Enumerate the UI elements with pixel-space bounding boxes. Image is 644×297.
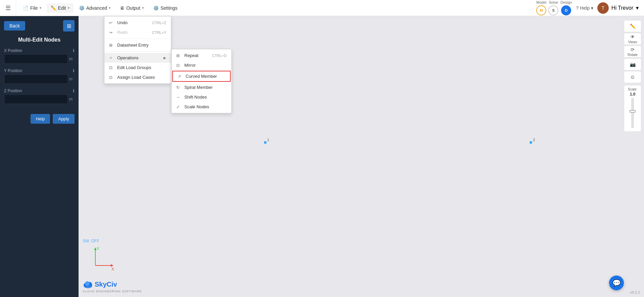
spiral-member-icon: ↻ <box>176 85 182 90</box>
scale-container: Scale: 1.0 <box>624 85 641 132</box>
grid-toggle-button[interactable]: ⊞ <box>63 20 75 32</box>
y-position-label: Y Position ℹ <box>4 68 75 73</box>
scale-label: Scale: <box>626 87 640 91</box>
edit-load-groups-icon: ⊡ <box>109 65 114 70</box>
pencil-icon: ✏️ <box>630 23 636 29</box>
operations-icon: ✧ <box>109 56 114 60</box>
advanced-icon: ⚙️ <box>79 5 85 11</box>
nav-output[interactable]: 🖥 Output ▾ <box>116 3 148 13</box>
curved-member-icon: ↗ <box>178 74 183 79</box>
model-mode-button[interactable]: M <box>536 5 546 15</box>
solve-mode-button[interactable]: S <box>548 5 558 15</box>
chevron-down-icon: ▾ <box>68 6 70 10</box>
undo-shortcut: CTRL+Z <box>152 21 166 25</box>
y-position-group: Y Position ℹ m <box>4 68 75 84</box>
undo-label: Undo <box>117 20 149 25</box>
x-position-input[interactable] <box>4 54 68 64</box>
views-button[interactable]: 👁 Views <box>624 33 641 45</box>
repeat-shortcut: CTRL+D <box>212 54 227 58</box>
submenu-arrow-icon: ▶ <box>164 56 166 60</box>
z-info-icon[interactable]: ℹ <box>73 88 75 93</box>
scale-value: 1.0 <box>626 92 640 97</box>
spiral-member-menu-item[interactable]: ↻ Spiral Member <box>172 82 231 92</box>
operations-menu-item[interactable]: ✧ Operations ▶ <box>104 53 171 63</box>
scale-handle[interactable] <box>630 110 636 113</box>
help-label: Help <box>580 5 590 11</box>
chat-button[interactable]: 💬 <box>609 276 624 290</box>
output-icon: 🖥 <box>120 5 125 11</box>
help-button[interactable]: ? Help ▾ <box>576 5 594 11</box>
hamburger-menu[interactable]: ☰ <box>0 0 16 16</box>
shift-nodes-menu-item[interactable]: ↔ Shift Nodes <box>172 92 231 102</box>
y-position-input[interactable] <box>4 74 68 84</box>
solve-mode-label: Solve <box>549 0 558 5</box>
advanced-label: Advanced <box>86 5 107 11</box>
pencil-tool-button[interactable]: ✏️ <box>624 20 641 32</box>
undo-icon: ↩ <box>109 20 114 25</box>
scale-nodes-icon: ⤢ <box>176 105 182 109</box>
nav-settings[interactable]: ⚙️ Settings <box>149 3 182 13</box>
model-mode-label: Model <box>536 0 546 5</box>
operations-submenu: ⊞ Repeat CTRL+D ⊡ Mirror ↗ Curved Member… <box>171 49 232 113</box>
camera-button[interactable]: 📷 <box>624 58 641 70</box>
mirror-menu-item[interactable]: ⊡ Mirror <box>172 60 231 70</box>
edit-load-groups-menu-item[interactable]: ⊡ Edit Load Groups <box>104 63 171 72</box>
edit-load-groups-label: Edit Load Groups <box>117 65 166 70</box>
user-menu[interactable]: T Hi Trevor ▾ <box>597 2 639 14</box>
mode-switcher: Model M Solve S Design D <box>536 0 572 15</box>
rotate-button[interactable]: ⟳ Rotate <box>624 46 641 58</box>
skyciv-brand: SkyCiv <box>83 280 117 289</box>
redo-label: Redo <box>117 30 149 35</box>
curved-member-menu-item[interactable]: ↗ Curved Member <box>172 71 231 82</box>
layers-icon: ⊙ <box>631 74 635 80</box>
sidebar-actions: Help Apply <box>4 114 75 124</box>
redo-shortcut: CTRL+Y <box>152 31 167 35</box>
chevron-down-icon: ▾ <box>591 5 593 11</box>
skyciv-name: SkyCiv <box>95 281 117 288</box>
repeat-label: Repeat <box>184 53 210 58</box>
design-mode-button[interactable]: D <box>561 5 571 15</box>
nav-advanced[interactable]: ⚙️ Advanced ▾ <box>75 3 114 13</box>
repeat-menu-item[interactable]: ⊞ Repeat CTRL+D <box>172 51 231 60</box>
svg-marker-1 <box>94 247 97 250</box>
chevron-down-icon: ▾ <box>40 6 41 10</box>
node-1[interactable] <box>264 141 267 144</box>
scale-nodes-label: Scale Nodes <box>184 104 227 109</box>
help-action-button[interactable]: Help <box>31 114 50 124</box>
right-toolbar: ✏️ 👁 Views ⟳ Rotate 📷 ⊙ Scale: 1.0 <box>624 20 641 132</box>
scale-slider[interactable] <box>631 98 634 128</box>
skyciv-logo: SkyCiv CLOUD ENGINEERING SOFTWARE <box>83 280 142 293</box>
redo-menu-item[interactable]: ↪ Redo CTRL+Y <box>104 27 171 37</box>
help-icon: ? <box>576 5 579 11</box>
scale-nodes-menu-item[interactable]: ⤢ Scale Nodes <box>172 102 231 112</box>
mirror-label: Mirror <box>184 63 227 68</box>
edit-icon: ✏️ <box>51 5 56 11</box>
mirror-icon: ⊡ <box>176 63 182 68</box>
nav-file[interactable]: 📄 File ▾ <box>19 3 45 13</box>
back-button[interactable]: Back <box>4 21 25 31</box>
output-label: Output <box>126 5 140 11</box>
undo-menu-item[interactable]: ↩ Undo CTRL+Z <box>104 18 171 27</box>
svg-text:Y: Y <box>97 246 99 251</box>
version-label: v4.2.1 <box>630 290 640 294</box>
node-2[interactable] <box>530 141 532 144</box>
settings-label: Settings <box>160 5 178 11</box>
repeat-icon: ⊞ <box>176 53 182 58</box>
svg-marker-4 <box>111 264 113 267</box>
node-2-label: 2 <box>533 138 535 142</box>
chevron-down-icon: ▾ <box>636 5 639 11</box>
axes-indicator: Y X <box>89 245 116 274</box>
layers-button[interactable]: ⊙ <box>624 71 641 83</box>
z-position-input[interactable] <box>4 95 68 104</box>
nav-menu: 📄 File ▾ ✏️ Edit ▾ ⚙️ Advanced ▾ 🖥 Outpu… <box>16 3 536 13</box>
svg-point-9 <box>85 281 90 286</box>
spiral-member-label: Spiral Member <box>184 85 227 90</box>
datasheet-entry-menu-item[interactable]: ⊞ Datasheet Entry <box>104 40 171 50</box>
nav-edit[interactable]: ✏️ Edit ▾ <box>47 3 74 13</box>
assign-load-cases-menu-item[interactable]: ⊡ Assign Load Cases <box>104 72 171 82</box>
x-info-icon[interactable]: ℹ <box>73 48 75 53</box>
apply-button[interactable]: Apply <box>53 114 75 124</box>
rotate-label: Rotate <box>628 53 637 57</box>
chevron-down-icon: ▾ <box>109 6 110 10</box>
y-info-icon[interactable]: ℹ <box>73 68 75 73</box>
